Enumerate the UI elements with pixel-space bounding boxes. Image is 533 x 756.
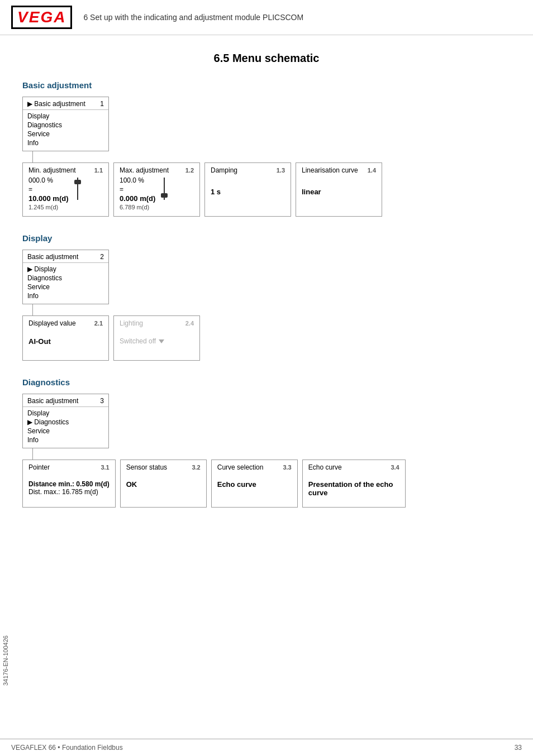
- diag-menu-active: ▶ Diagnostics: [27, 418, 104, 427]
- box-3-1: Pointer 3.1 Distance min.: 0.580 m(d) Di…: [22, 460, 116, 508]
- box-3-3: Curve selection 3.3 Echo curve: [211, 460, 298, 508]
- box-3-2-label: Sensor status: [126, 463, 167, 471]
- v-connector-2: [32, 304, 33, 315]
- box-1-4: Linearisation curve 1.4 linear: [296, 162, 382, 217]
- display-section: Display Basic adjustment 2 ▶ Display Dia…: [22, 233, 511, 361]
- box-3-1-line2: Dist. max.: 16.785 m(d): [28, 488, 110, 496]
- display-menu-diagnostics: Diagnostics: [27, 274, 104, 283]
- basic-adjustment-layout: ▶ Basic adjustment 1 Display Diagnostics…: [22, 97, 511, 217]
- diagnostics-menu-header: Basic adjustment 3: [23, 394, 108, 407]
- display-menu-service: Service: [27, 283, 104, 291]
- display-menu-info: Info: [27, 291, 104, 300]
- box-1-2-value-top: 100.0 %: [120, 176, 155, 184]
- box-2-4-label: Lighting: [120, 319, 143, 327]
- box-1-2-value-bold: 0.000 m(d): [120, 194, 155, 203]
- display-menu-number: 2: [100, 253, 104, 261]
- box-3-1-line1: Distance min.: 0.580 m(d): [28, 480, 110, 488]
- box-3-3-num: 3.3: [283, 464, 291, 471]
- box-2-1-num: 2.1: [94, 320, 103, 327]
- box-1-2: Max. adjustment 1.2 100.0 % = 0.000 m(d)…: [113, 162, 200, 217]
- box-3-2: Sensor status 3.2 OK: [120, 460, 207, 508]
- display-heading: Display: [22, 233, 511, 243]
- footer-right: 33: [515, 744, 522, 752]
- diagnostics-layout: Basic adjustment 3 Display ▶ Diagnostics…: [22, 394, 511, 508]
- display-main-menu: Basic adjustment 2 ▶ Display Diagnostics…: [22, 250, 109, 304]
- box-3-4-value: Presentation of the echo curve: [308, 480, 399, 497]
- diagnostics-section: Diagnostics Basic adjustment 3 Display ▶…: [22, 377, 511, 508]
- box-2-4-value: Switched off: [120, 337, 156, 345]
- v-connector-3: [32, 448, 33, 460]
- menu-item-display: Display: [27, 112, 104, 121]
- basic-adjustment-heading: Basic adjustment: [22, 80, 511, 90]
- box-1-2-eq: =: [120, 185, 155, 193]
- page-header: VEGA 6 Set up with the indicating and ad…: [0, 0, 533, 35]
- box-1-4-label: Linearisation curve: [302, 166, 358, 174]
- box-1-1-num: 1.1: [94, 167, 103, 174]
- side-label: 34176-EN-100426: [2, 635, 9, 686]
- box-3-1-num: 3.1: [101, 464, 109, 471]
- diagnostics-sub-boxes: Pointer 3.1 Distance min.: 0.580 m(d) Di…: [22, 460, 511, 508]
- box-1-3-value: 1 s: [211, 188, 285, 196]
- box-3-2-value: OK: [126, 480, 201, 489]
- menu-item-info: Info: [27, 138, 104, 147]
- box-1-4-value: linear: [302, 188, 376, 196]
- box-1-2-num: 1.2: [185, 167, 194, 174]
- box-3-4: Echo curve 3.4 Presentation of the echo …: [302, 460, 406, 508]
- diag-menu-number: 3: [100, 397, 104, 405]
- box-1-1-value-top: 000.0 %: [28, 176, 69, 184]
- box-3-2-num: 3.2: [192, 464, 200, 471]
- diag-menu-basicadj: Basic adjustment: [27, 397, 78, 405]
- box-2-1-value: AI-Out: [28, 337, 103, 346]
- box-1-3-num: 1.3: [277, 167, 285, 174]
- box-1-2-value-sub: 6.789 m(d): [120, 204, 155, 210]
- header-title: 6 Set up with the indicating and adjustm…: [83, 13, 303, 22]
- menu-item-service: Service: [27, 130, 104, 138]
- box-3-3-label: Curve selection: [217, 463, 264, 471]
- box-2-1-label: Displayed value: [28, 319, 76, 327]
- diagnostics-heading: Diagnostics: [22, 377, 511, 387]
- diagnostics-main-menu: Basic adjustment 3 Display ▶ Diagnostics…: [22, 394, 109, 448]
- box-2-4: Lighting 2.4 Switched off: [113, 315, 200, 361]
- diag-menu-service: Service: [27, 427, 104, 436]
- diag-menu-items: Display ▶ Diagnostics Service Info: [23, 407, 108, 448]
- display-menu-item-basicadj: Basic adjustment: [27, 253, 78, 261]
- menu-item-diagnostics: Diagnostics: [27, 121, 104, 130]
- page-footer: VEGAFLEX 66 • Foundation Fieldbus 33: [0, 739, 533, 756]
- vega-logo: VEGA: [11, 6, 72, 29]
- box-3-4-num: 3.4: [391, 464, 399, 471]
- box-1-2-label: Max. adjustment: [120, 166, 169, 174]
- box-1-1-value-bold: 10.000 m(d): [28, 194, 69, 203]
- box-1-1: Min. adjustment 1.1 000.0 % = 10.000 m(d…: [22, 162, 109, 217]
- box-1-1-label: Min. adjustment: [28, 166, 76, 174]
- basic-adjustment-sub-boxes: Min. adjustment 1.1 000.0 % = 10.000 m(d…: [22, 162, 511, 217]
- box-1-4-num: 1.4: [368, 167, 376, 174]
- box-3-1-label: Pointer: [28, 463, 50, 471]
- menu-active-item: ▶ Basic adjustment: [27, 100, 85, 108]
- box-1-1-eq: =: [28, 185, 69, 193]
- diag-menu-display: Display: [27, 409, 104, 418]
- box-3-4-label: Echo curve: [308, 463, 342, 471]
- diag-menu-info: Info: [27, 436, 104, 444]
- display-layout: Basic adjustment 2 ▶ Display Diagnostics…: [22, 250, 511, 361]
- display-menu-header: Basic adjustment 2: [23, 250, 108, 263]
- page-title: 6.5 Menu schematic: [22, 52, 511, 65]
- box-3-3-value: Echo curve: [217, 480, 292, 489]
- display-sub-boxes: Displayed value 2.1 AI-Out Lighting 2.4: [22, 315, 511, 361]
- menu-box-header: ▶ Basic adjustment 1: [23, 97, 108, 110]
- display-menu-active: ▶ Display: [27, 265, 104, 274]
- basic-adjustment-main-menu: ▶ Basic adjustment 1 Display Diagnostics…: [22, 97, 109, 151]
- box-1-3-label: Damping: [211, 166, 237, 174]
- footer-left: VEGAFLEX 66 • Foundation Fieldbus: [11, 744, 123, 752]
- menu-number: 1: [100, 100, 104, 108]
- menu-items: Display Diagnostics Service Info: [23, 110, 108, 151]
- basic-adjustment-section: Basic adjustment ▶ Basic adjustment 1 Di…: [22, 80, 511, 217]
- box-1-1-value-sub: 1.245 m(d): [28, 204, 69, 210]
- main-content: 6.5 Menu schematic Basic adjustment ▶ Ba…: [0, 35, 533, 569]
- switched-off-arrow-icon: [159, 339, 164, 343]
- v-connector-1: [32, 151, 33, 162]
- box-2-4-num: 2.4: [185, 320, 194, 327]
- display-menu-items: ▶ Display Diagnostics Service Info: [23, 263, 108, 304]
- box-2-1: Displayed value 2.1 AI-Out: [22, 315, 109, 361]
- box-1-3: Damping 1.3 1 s: [204, 162, 291, 217]
